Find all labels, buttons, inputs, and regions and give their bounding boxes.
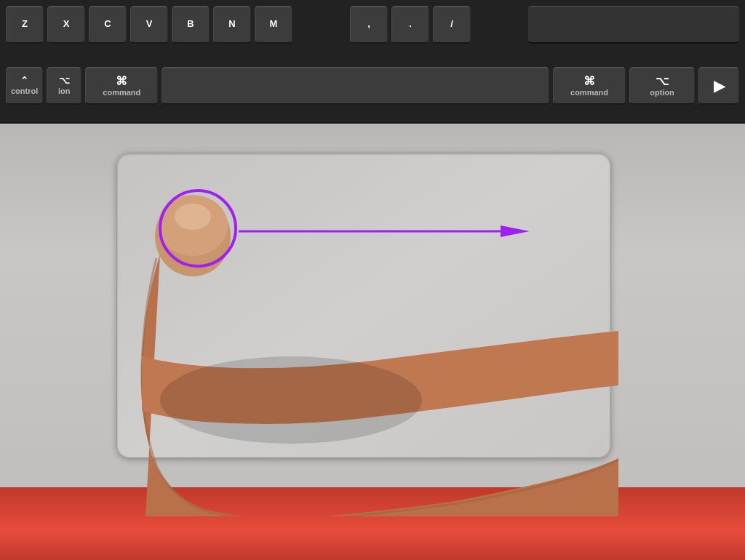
key-z[interactable]: Z <box>6 6 44 44</box>
keyboard-row-2: ⌃ control ⌥ ion ⌘ command ⌘ command ⌥ op… <box>0 49 745 122</box>
key-m[interactable]: M <box>255 6 292 44</box>
key-option-right[interactable]: ⌥ option <box>629 67 695 105</box>
key-gap <box>528 6 739 44</box>
key-spacebar[interactable] <box>162 67 549 105</box>
key-n-label: N <box>228 19 235 29</box>
key-cmd-right-symbol: ⌘ <box>583 74 595 88</box>
key-slash-label: / <box>450 19 453 29</box>
red-fabric <box>0 487 745 560</box>
key-arrow-right[interactable]: ▶ <box>698 67 739 105</box>
key-control-label: control <box>11 87 38 95</box>
key-z-label: Z <box>22 19 28 29</box>
key-option-left[interactable]: ⌥ ion <box>47 67 81 105</box>
key-cmd-left-label: command <box>103 88 140 97</box>
key-cmd-left-symbol: ⌘ <box>116 74 127 88</box>
key-v-label: V <box>146 19 153 29</box>
key-c-label: C <box>104 19 111 29</box>
keyboard: Z X C V B N M , . / ⌃ control ⌥ ion <box>0 0 745 125</box>
key-cmd-right-label: command <box>570 88 608 97</box>
key-option-right-label: option <box>650 88 674 97</box>
key-slash[interactable]: / <box>433 6 471 44</box>
key-control-left[interactable]: ⌃ control <box>6 67 43 105</box>
key-n[interactable]: N <box>213 6 251 44</box>
key-option-right-symbol: ⌥ <box>656 74 669 88</box>
keyboard-row-1: Z X C V B N M , . / <box>0 4 745 46</box>
key-option-left-label: ion <box>58 87 71 95</box>
key-comma[interactable]: , <box>350 6 388 44</box>
key-command-left[interactable]: ⌘ command <box>85 67 158 105</box>
key-b[interactable]: B <box>172 6 210 44</box>
key-command-right[interactable]: ⌘ command <box>553 67 626 105</box>
key-arrow-right-symbol: ▶ <box>714 77 725 95</box>
key-x[interactable]: X <box>47 6 85 44</box>
key-x-label: X <box>63 19 70 29</box>
key-control-symbol: ⌃ <box>20 76 28 86</box>
key-option-left-symbol: ⌥ <box>59 76 70 86</box>
key-v[interactable]: V <box>130 6 168 44</box>
key-period[interactable]: . <box>391 6 429 44</box>
key-b-label: B <box>187 19 194 29</box>
key-period-label: . <box>409 19 412 29</box>
trackpad[interactable] <box>116 153 611 458</box>
key-comma-label: , <box>367 19 370 29</box>
scene: Z X C V B N M , . / ⌃ control ⌥ ion <box>0 0 745 560</box>
key-m-label: M <box>270 19 278 29</box>
key-c[interactable]: C <box>89 6 127 44</box>
